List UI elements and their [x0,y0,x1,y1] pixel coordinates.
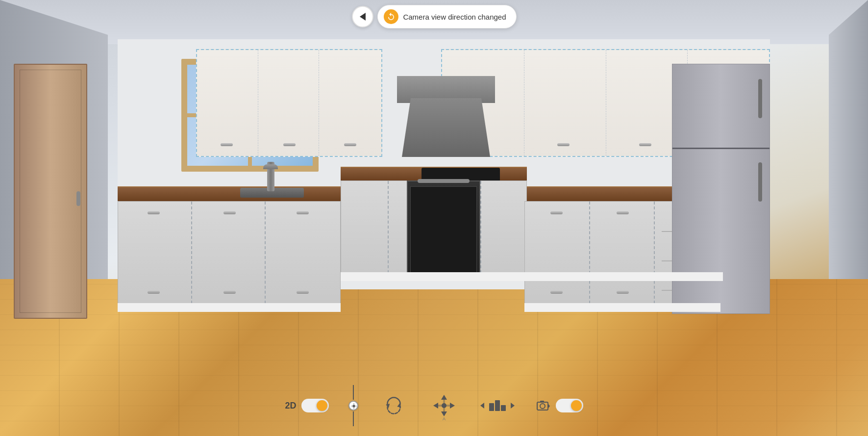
fridge-divider [672,148,769,149]
svg-marker-5 [397,403,401,407]
orbit-control[interactable] [348,385,358,426]
camera-toggle-switch[interactable] [556,399,583,412]
svg-marker-7 [441,395,447,400]
view-mode-right-arrow-icon [509,402,517,410]
view-mode-left-arrow-icon [478,402,486,410]
oven-door [410,186,477,273]
door-handle [76,191,80,206]
camera-toggle-group [536,399,583,412]
faucet [267,162,274,191]
svg-text:A: A [443,416,446,420]
2d-toggle-group: 2D [285,399,328,412]
camera-toggle-track [556,399,583,412]
orbit-line-top [353,385,354,400]
baseboard-left [118,303,341,312]
back-arrow-icon [359,13,365,21]
2d-toggle-thumb [317,400,327,411]
camera-toggle-thumb [571,400,582,411]
svg-marker-20 [548,404,550,408]
oven-handle [418,179,470,183]
svg-marker-6 [386,404,390,408]
fridge-handle-top [758,79,762,118]
2d-toggle-switch[interactable] [301,399,329,412]
svg-point-0 [352,405,355,408]
fridge-handle-bottom [758,162,762,202]
notification-text: Camera view direction changed [403,13,506,21]
pan-icon: A [429,391,459,420]
orbit-circle [348,401,358,410]
svg-marker-10 [450,403,455,409]
top-bar: Camera view direction changed [351,5,516,28]
view-mode-floors-icon [489,400,506,411]
svg-rect-13 [438,405,450,407]
pan-control[interactable]: A [429,391,459,420]
baseboard-back [341,272,723,281]
rotate-control[interactable] [378,391,410,420]
bottom-toolbar: 2D [285,385,583,426]
svg-marker-8 [441,411,447,416]
svg-marker-16 [511,403,515,409]
2d-label: 2D [285,401,296,411]
orbit-center-icon [350,403,357,410]
range-hood [402,98,490,157]
view-mode-control[interactable] [478,400,517,411]
notification-bar: Camera view direction changed [377,5,516,28]
history-icon [386,12,395,21]
camera-icon [536,400,551,411]
scene-container: Camera view direction changed 2D [0,0,868,436]
lower-cabinets-left [118,201,341,304]
back-button[interactable] [351,6,373,27]
camera-icon-wrap [536,400,551,411]
svg-point-18 [540,404,545,409]
rotate-icon [378,391,410,420]
svg-marker-9 [433,403,438,409]
upper-cabinets-left [196,49,382,157]
door [14,64,87,319]
history-icon-circle [383,9,398,24]
countertop-left [118,186,343,201]
orbit-line-bottom [353,411,354,426]
oven [407,180,480,279]
svg-marker-15 [480,403,484,409]
svg-rect-19 [540,401,544,403]
baseboard-right [524,303,720,312]
2d-toggle-track [301,399,329,412]
